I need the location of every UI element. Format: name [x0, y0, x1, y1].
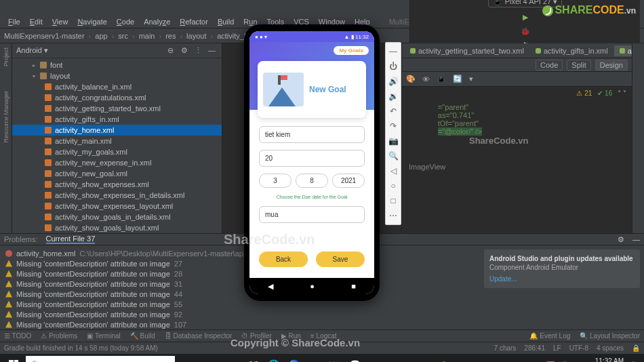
problems-file-header[interactable]: activity_home.xml C:\Users\HP\Desktop\Mu…	[5, 248, 475, 258]
view-code[interactable]: Code	[536, 60, 563, 71]
tool-layout-inspector[interactable]: 🔍 Layout Inspector	[580, 332, 640, 340]
tool-resource-manager[interactable]: Resource Manager	[3, 91, 9, 143]
tree-item[interactable]: activity_main.xml	[12, 136, 222, 146]
tool-profiler[interactable]: ⏱ Profiler	[241, 332, 271, 340]
taskbar-chrome[interactable]: 🌐	[263, 355, 283, 362]
save-button[interactable]: Save	[316, 252, 365, 267]
problem-row[interactable]: Missing 'contentDescription' attribute o…	[5, 319, 475, 329]
check-count[interactable]: ✔ 16	[597, 89, 612, 97]
emu-overview-icon[interactable]: □	[388, 196, 398, 205]
emu-back-icon[interactable]: ◁	[388, 166, 398, 176]
start-button[interactable]	[3, 355, 24, 362]
tool-todo[interactable]: ☰ TODO	[4, 332, 31, 340]
crumb-res[interactable]: res	[165, 32, 176, 40]
goal-amount-input[interactable]: 20	[259, 150, 365, 167]
tree-item[interactable]: activity_gifts_in.xml	[12, 114, 222, 125]
tree-item[interactable]: activity_my_goals.xml	[12, 146, 222, 157]
status-encoding[interactable]: UTF-8	[569, 344, 588, 352]
taskbar-app-2[interactable]: 📁	[243, 355, 263, 362]
emu-camera-icon[interactable]: 📷	[388, 136, 398, 146]
code-preview[interactable]: ="parent" as="0.741" tOf="parent" ="@col…	[402, 99, 632, 233]
device-select[interactable]: 📱Pixel 4 API 27 ▾	[488, 0, 563, 7]
tree-folder-font[interactable]: ▸font	[12, 60, 222, 71]
my-goals-button[interactable]: My Goals	[334, 46, 369, 55]
taskbar-search[interactable]: 🔍 Type here to search	[26, 356, 175, 362]
crumb-root[interactable]: MultiExpenserv1-master	[4, 32, 85, 40]
problems-tab-current[interactable]: Current File 37	[46, 235, 96, 244]
emu-more-icon[interactable]: ⋯	[388, 211, 398, 220]
status-lock-icon[interactable]: 🔒	[632, 344, 640, 352]
menu-analyze[interactable]: Analyze	[140, 16, 174, 27]
tool-problems[interactable]: ⚠ Problems	[41, 332, 77, 340]
crumb-main[interactable]: main	[139, 32, 155, 40]
tool-database[interactable]: 🗄 Database Inspector	[165, 332, 233, 340]
menu-build[interactable]: Build	[214, 16, 238, 27]
tray-clock[interactable]: 11:32 AM 7/15/2021	[594, 357, 624, 362]
tree-item[interactable]: activity_show_expenses_layout.xml	[12, 201, 222, 212]
emu-rotate-right-icon[interactable]: ↷	[388, 121, 398, 131]
tree-item[interactable]: activity_new_expense_in.xml	[12, 157, 222, 168]
date-day-input[interactable]: 3	[259, 174, 291, 188]
problems-hide-icon[interactable]: —	[632, 235, 640, 243]
emu-home-icon[interactable]: ○	[388, 181, 398, 190]
crumb-layout[interactable]: layout	[186, 32, 206, 40]
problem-row[interactable]: Missing 'contentDescription' attribute o…	[5, 279, 475, 289]
tree-item[interactable]: activity_home.xml	[12, 125, 222, 136]
tool-logcat[interactable]: ≡ Logcat	[310, 332, 337, 340]
emu-close-icon[interactable]: —	[388, 47, 398, 56]
project-settings-icon[interactable]: ⋮	[195, 46, 204, 56]
tool-project[interactable]: Project	[3, 47, 9, 66]
menu-refactor[interactable]: Refactor	[176, 16, 212, 27]
tree-folder-layout[interactable]: ▾layout	[12, 71, 222, 81]
problem-row[interactable]: Missing 'contentDescription' attribute o…	[5, 299, 475, 309]
editor-tab-0[interactable]: activity_getting_started_two.xml	[405, 45, 529, 56]
emu-rotate-left-icon[interactable]: ↶	[388, 106, 398, 116]
project-filter-icon[interactable]: ⚙	[181, 46, 190, 56]
cortana-icon[interactable]: ○	[202, 355, 222, 362]
tree-item[interactable]: activity_show_expenses_in_details.xml	[12, 190, 222, 201]
goal-note-input[interactable]: mua	[259, 206, 365, 223]
taskbar-app-3[interactable]: 💬	[344, 355, 365, 362]
emu-volume-up-icon[interactable]: 🔊	[388, 77, 398, 86]
tree-item[interactable]: activity_show_goals_in_details.xml	[12, 212, 222, 222]
goal-name-input[interactable]: tiet kiem	[259, 126, 365, 143]
status-indent[interactable]: 4 spaces	[597, 344, 624, 352]
menu-code[interactable]: Code	[113, 16, 138, 27]
date-year-input[interactable]: 2021	[332, 174, 365, 188]
problem-row[interactable]: Missing 'contentDescription' attribute o…	[5, 309, 475, 319]
project-collapse-icon[interactable]: ⊖	[167, 46, 177, 56]
problem-row[interactable]: Missing 'contentDescription' attribute o…	[5, 268, 475, 279]
menu-edit[interactable]: Edit	[26, 16, 47, 27]
emu-zoom-icon[interactable]: 🔍	[388, 151, 398, 161]
problems-tab-label[interactable]: Problems:	[4, 235, 38, 243]
update-link[interactable]: Update...	[489, 275, 635, 283]
status-caret[interactable]: 286:41	[524, 344, 545, 352]
tree-item[interactable]: activity_new_goal.xml	[12, 168, 222, 179]
view-split[interactable]: Split	[567, 60, 590, 71]
tool-run[interactable]: ▶ Run	[281, 332, 301, 340]
tool-terminal[interactable]: ▣ Terminal	[87, 332, 120, 340]
editor-tab-1[interactable]: activity_gifts_in.xml	[530, 45, 613, 56]
project-hide-icon[interactable]: —	[208, 46, 218, 56]
task-view-icon[interactable]: ⊞	[182, 355, 202, 362]
crumb-app[interactable]: app	[95, 32, 107, 40]
crumb-src[interactable]: src	[118, 32, 128, 40]
chevron-icon[interactable]: ˄ ˅	[618, 89, 626, 97]
device-icon[interactable]: 📱	[437, 75, 446, 83]
nav-home-icon[interactable]: ●	[310, 282, 315, 290]
menu-file[interactable]: File	[4, 16, 24, 27]
tree-item[interactable]: activity_congratulations.xml	[12, 92, 222, 103]
tree-item[interactable]: activity_show_goals_layout.xml	[12, 222, 222, 233]
back-button[interactable]: Back	[259, 252, 308, 267]
emu-volume-down-icon[interactable]: 🔉	[388, 92, 398, 101]
tool-event-log[interactable]: 🔔 Event Log	[529, 332, 570, 340]
orientation-icon[interactable]: 🔄	[453, 75, 462, 83]
tree-item[interactable]: activity_show_expenses.xml	[12, 179, 222, 190]
tool-build[interactable]: 🔨 Build	[130, 332, 155, 340]
problems-settings-icon[interactable]: ⚙	[618, 235, 624, 244]
menu-view[interactable]: View	[48, 16, 73, 27]
problem-row[interactable]: Missing 'contentDescription' attribute o…	[5, 289, 475, 299]
taskbar-edge[interactable]: 🔵	[283, 355, 304, 362]
nav-recent-icon[interactable]: ■	[351, 282, 356, 290]
run-button[interactable]: ▶	[523, 13, 528, 22]
